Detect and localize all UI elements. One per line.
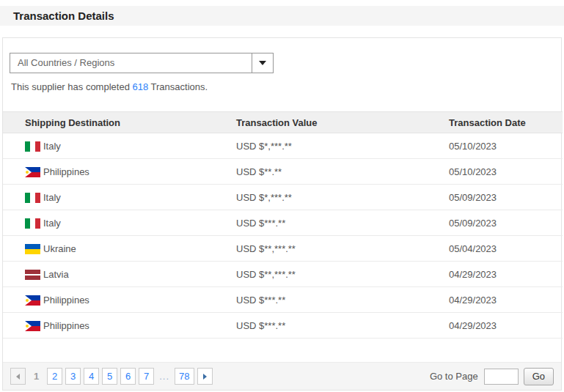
transaction-value: USD $*,***.** [236, 185, 449, 210]
transaction-value: USD $*,***.** [236, 133, 449, 159]
transaction-value: USD $***.** [236, 287, 449, 313]
country-name: Latvia [43, 269, 69, 280]
table-row: Philippines USD $***.** 04/29/2023 [3, 287, 563, 313]
transaction-date: 05/09/2023 [449, 185, 563, 210]
table-row: Italy USD $*,***.** 05/10/2023 [3, 133, 563, 159]
table-row: Italy USD $***.** 05/09/2023 [3, 210, 563, 236]
country-flag-icon [25, 193, 40, 203]
country-flag-icon [25, 218, 40, 229]
pagination-page-5[interactable]: 5 [102, 368, 117, 385]
page-title: Transaction Details [0, 6, 564, 26]
transaction-date: 05/10/2023 [449, 159, 563, 185]
country-flag-icon [25, 244, 40, 254]
pagination-prev-button[interactable] [10, 368, 26, 385]
transaction-value: USD $***.** [236, 313, 449, 339]
pagination-current-page: 1 [29, 371, 44, 382]
column-header-transaction-date: Transaction Date [449, 112, 563, 133]
table-row: Ukraine USD $**,***.** 05/04/2023 [3, 236, 563, 262]
summary-suffix: Transactions. [148, 81, 208, 92]
caret-left-icon [16, 374, 20, 380]
transaction-date: 04/29/2023 [449, 287, 563, 313]
country-name: Italy [43, 141, 61, 152]
go-button[interactable]: Go [524, 368, 554, 385]
country-name: Philippines [43, 295, 89, 306]
transaction-date: 04/29/2023 [449, 313, 563, 339]
transaction-date: 04/29/2023 [449, 262, 563, 287]
summary-prefix: This supplier has completed [11, 81, 132, 92]
transaction-details-panel: All Countries / Regions This supplier ha… [2, 37, 562, 391]
table-row: Philippines USD $**.** 05/10/2023 [3, 159, 563, 185]
country-filter-selected-value: All Countries / Regions [10, 53, 252, 73]
table-row: Philippines USD $***.** 04/29/2023 [3, 313, 563, 339]
caret-down-icon [259, 61, 266, 65]
country-flag-icon [25, 167, 40, 177]
pagination-page-78[interactable]: 78 [175, 368, 194, 385]
table-row: Italy USD $*,***.** 05/09/2023 [3, 185, 563, 210]
transaction-date: 05/04/2023 [449, 236, 563, 262]
goto-page-label: Go to Page [430, 371, 478, 382]
pagination-ellipsis: ... [159, 371, 169, 382]
goto-page: Go to Page Go [430, 368, 554, 385]
pagination-page-3[interactable]: 3 [65, 368, 81, 385]
transaction-date: 05/10/2023 [449, 133, 563, 159]
country-name: Italy [43, 192, 61, 203]
transaction-value: USD $***.** [236, 210, 449, 236]
dropdown-arrow-button[interactable] [252, 53, 273, 73]
pagination-page-7[interactable]: 7 [139, 368, 154, 385]
column-header-shipping-destination: Shipping Destination [3, 112, 236, 133]
country-name: Italy [43, 218, 61, 229]
transaction-value: USD $**.** [236, 159, 449, 185]
column-header-transaction-value: Transaction Value [236, 112, 449, 133]
pagination: 1 2 3 4 5 6 7 ... 78 [10, 368, 216, 385]
transaction-summary: This supplier has completed 618 Transact… [11, 81, 553, 92]
country-flag-icon [25, 295, 40, 306]
transaction-value: USD $**,***.** [236, 262, 449, 287]
country-name: Ukraine [43, 243, 76, 254]
pagination-page-6[interactable]: 6 [120, 368, 136, 385]
country-name: Philippines [43, 320, 89, 331]
pagination-next-button[interactable] [197, 368, 213, 385]
pagination-page-4[interactable]: 4 [84, 368, 99, 385]
country-flag-icon [25, 141, 40, 152]
transaction-value: USD $**,***.** [236, 236, 449, 262]
country-name: Philippines [43, 166, 89, 177]
transaction-date: 05/09/2023 [449, 210, 563, 236]
country-flag-icon [25, 270, 40, 280]
table-footer: 1 2 3 4 5 6 7 ... 78 Go to Page Go [3, 362, 561, 390]
country-flag-icon [25, 321, 40, 331]
caret-right-icon [203, 374, 207, 380]
pagination-page-2[interactable]: 2 [47, 368, 62, 385]
goto-page-input[interactable] [484, 369, 519, 385]
table-row: Latvia USD $**,***.** 04/29/2023 [3, 262, 563, 287]
table-header-row: Shipping Destination Transaction Value T… [3, 112, 563, 133]
country-filter-dropdown[interactable]: All Countries / Regions [10, 53, 274, 73]
transactions-table: Shipping Destination Transaction Value T… [3, 111, 563, 339]
transaction-count-link[interactable]: 618 [132, 81, 148, 92]
